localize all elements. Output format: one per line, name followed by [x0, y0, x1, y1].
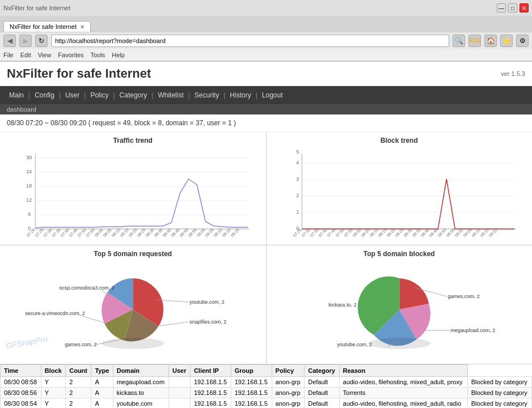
tools-button[interactable]: ⚙ — [516, 35, 529, 47]
col-header-policy: Policy — [272, 365, 305, 377]
table-cell: 2 — [66, 398, 91, 409]
top-blocked-svg: games.com, 2 megaupload.com, 2 youtube.c… — [271, 261, 528, 358]
col-header-type: Type — [91, 365, 113, 377]
col-header-domain: Domain — [113, 365, 168, 377]
svg-text:5: 5 — [296, 149, 299, 155]
table-cell: 2 — [66, 388, 91, 398]
table-cell: audio-video, filehosting, mixed_adult, p… — [339, 377, 467, 388]
svg-text:secure-a.vimeocdn.com, 2: secure-a.vimeocdn.com, 2 — [25, 311, 85, 316]
maximize-button[interactable]: □ — [508, 3, 517, 12]
table-cell — [169, 388, 191, 398]
table-cell: 08/30 08:54 — [1, 398, 41, 409]
refresh-button[interactable]: ↻ — [35, 35, 48, 47]
browser-menu-bar: File Edit View Favorites Tools Help — [0, 49, 532, 61]
svg-text:6: 6 — [28, 211, 31, 217]
table-cell: Default — [305, 377, 339, 388]
table-cell: Blocked by category — [467, 377, 531, 388]
table-row: 08/30 08:58Y2Amegaupload.com192.168.1.51… — [1, 377, 532, 388]
tab-label: NxFilter for safe Internet — [10, 23, 77, 30]
table-cell: audio-video, filehosting, mixed_adult, r… — [339, 398, 467, 409]
table-cell: 192.168.1.5 — [231, 398, 272, 409]
menu-help[interactable]: Help — [112, 52, 125, 58]
pie-charts-row: Top 5 domain requested GFSnapPro youtube… — [0, 245, 532, 364]
nav-whitelist[interactable]: Whitelist — [153, 86, 188, 104]
svg-text:07:25: 07:25 — [292, 228, 302, 237]
svg-text:megaupload.com, 2: megaupload.com, 2 — [450, 328, 495, 333]
table-cell: kickass.to — [113, 388, 168, 398]
menu-view[interactable]: View — [38, 52, 52, 58]
star-button[interactable]: ⭐ — [500, 35, 513, 47]
top-requested-title: Top 5 domain requested — [5, 250, 261, 258]
nav-category[interactable]: Category — [115, 86, 152, 104]
table-cell: 08/30 08:58 — [1, 377, 41, 388]
table-row: 08/30 08:54Y2Ayoutube.com192.168.1.5192.… — [1, 398, 532, 409]
window-controls: — □ ✕ — [497, 3, 529, 12]
table-cell: megaupload.com — [113, 377, 168, 388]
svg-text:2: 2 — [296, 193, 299, 198]
minimize-button[interactable]: — — [497, 3, 506, 12]
top-blocked-title: Top 5 domain blocked — [271, 250, 528, 258]
date-range: 08/30 07:20 ~ 08/30 09:20 — [7, 119, 86, 127]
nav-logout[interactable]: Logout — [257, 86, 288, 104]
col-header-count: Count — [66, 365, 91, 377]
menu-edit[interactable]: Edit — [20, 52, 31, 58]
home-button[interactable]: 🏠 — [484, 35, 497, 47]
back-button[interactable]: ◀ — [3, 35, 16, 47]
menu-tools[interactable]: Tools — [91, 52, 105, 58]
menu-file[interactable]: File — [3, 52, 14, 58]
block-chart-panel: Block trend 0 1 2 3 4 5 — [267, 132, 533, 245]
nav-user[interactable]: User — [61, 86, 84, 104]
nav-bar: Main | Config | User | Policy | Category… — [0, 86, 532, 104]
active-tab[interactable]: NxFilter for safe Internet ✕ — [3, 21, 91, 32]
url-input[interactable] — [51, 35, 449, 47]
stats-bar: 08/30 07:20 ~ 08/30 09:20 ( request = 49… — [0, 114, 532, 132]
forward-button[interactable]: ▶ — [19, 35, 32, 47]
table-cell: Default — [305, 398, 339, 409]
table-header-row: Time Block Count Type Domain User Client… — [1, 365, 532, 377]
address-bar: ◀ ▶ ↻ 🔍 RSS 🏠 ⭐ ⚙ — [0, 32, 532, 49]
table-cell: anon-grp — [272, 388, 305, 398]
sub-nav: dashboard — [0, 104, 532, 114]
svg-text:youtube.com, 2: youtube.com, 2 — [337, 342, 372, 347]
table-cell: Torrents — [339, 388, 467, 398]
svg-text:3: 3 — [296, 176, 299, 182]
table-cell: Blocked by category — [467, 388, 531, 398]
svg-text:kickass.to, 2: kickass.to, 2 — [328, 302, 357, 308]
svg-text:games.com, 2: games.com, 2 — [447, 294, 480, 299]
sub-nav-dashboard[interactable]: dashboard — [7, 106, 36, 113]
svg-point-87 — [368, 338, 430, 349]
table-cell: 192.168.1.5 — [190, 398, 231, 409]
nav-security[interactable]: Security — [190, 86, 223, 104]
nav-history[interactable]: History — [225, 86, 255, 104]
col-header-category: Category — [305, 365, 339, 377]
search-button[interactable]: 🔍 — [453, 35, 465, 47]
table-cell: 192.168.1.5 — [190, 377, 231, 388]
nav-config[interactable]: Config — [30, 86, 59, 104]
traffic-chart-title: Traffic trend — [5, 137, 261, 144]
svg-text:1: 1 — [296, 209, 299, 215]
table-cell: Y — [41, 388, 65, 398]
table-cell: Blocked by category — [467, 398, 531, 409]
svg-text:youtube.com, 2: youtube.com, 2 — [189, 299, 225, 305]
svg-point-76 — [102, 338, 164, 349]
close-button[interactable]: ✕ — [520, 3, 529, 12]
svg-text:games.com, 2: games.com, 2 — [65, 342, 97, 347]
svg-text:24: 24 — [26, 169, 32, 175]
app-header: NxFilter for safe Internet ver 1.5.3 — [0, 62, 532, 86]
svg-text:12: 12 — [26, 197, 32, 203]
nav-main[interactable]: Main — [5, 86, 28, 104]
table-cell: 192.168.1.5 — [190, 388, 231, 398]
table-cell: Default — [305, 388, 339, 398]
col-header-block: Block — [41, 365, 65, 377]
data-table-wrapper: Time Block Count Type Domain User Client… — [0, 364, 532, 408]
title-bar: NxFilter for safe Internet — □ ✕ — [0, 0, 532, 16]
nav-policy[interactable]: Policy — [86, 86, 113, 104]
table-cell: 192.168.1.5 — [231, 377, 272, 388]
rss-button[interactable]: RSS — [468, 35, 481, 47]
tab-close-button[interactable]: ✕ — [80, 24, 85, 30]
top-blocked-panel: Top 5 domain blocked games.com, 2 megaup… — [267, 245, 533, 364]
svg-text:snapfiles.com, 2: snapfiles.com, 2 — [189, 319, 226, 325]
table-cell — [169, 398, 191, 409]
tab-bar: NxFilter for safe Internet ✕ — [0, 16, 532, 32]
menu-favorites[interactable]: Favorites — [58, 52, 83, 58]
